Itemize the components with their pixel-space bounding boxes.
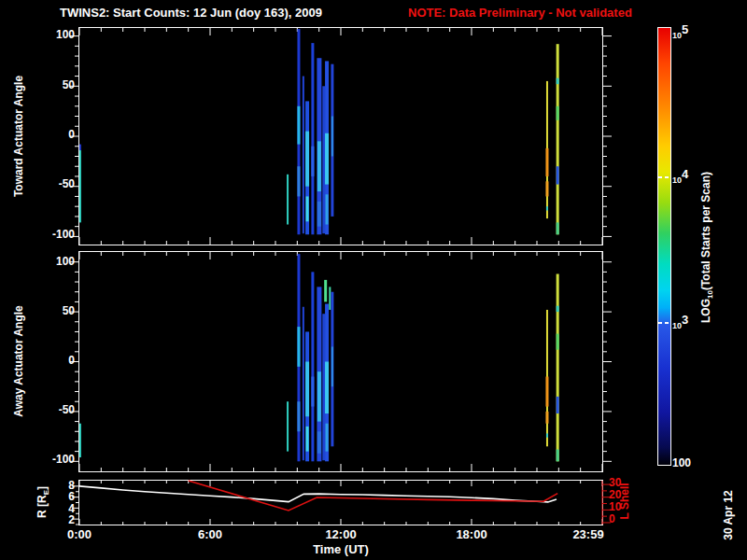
panel-toward-plot-area [79,28,602,245]
xtick-label: 12:00 [325,527,356,541]
colorbar-tick-label: 103 [672,313,688,332]
panel-orbit-plot-area [79,481,602,525]
panel-orbit [78,480,603,525]
colorbar [657,27,671,466]
p1-ytick-label: 0 [37,128,75,141]
p2-ytick-label: -100 [37,453,75,466]
p2-ytick-label: -50 [37,403,75,416]
p3-rtick-label: 6 [37,490,75,503]
xtick-label: 23:59 [572,527,603,541]
date-stamp: 30 Apr 12 [722,490,735,540]
colorbar-bottom-label: 100 [672,456,691,469]
panel-away-plot-area [79,252,602,471]
p3-ltick-label: 10 [609,500,637,513]
xtick-label: 6:00 [198,527,222,541]
y-axis-label-toward: Toward Actuator Angle [12,76,25,197]
colorbar-tick-mark [665,176,669,178]
p1-ytick-label: -100 [37,228,75,241]
colorbar-title: LOG10(Total Starts per Scan) [699,172,714,323]
panel-toward-actuator [78,27,603,245]
xtick-label: 18:00 [456,527,486,541]
colorbar-tick-mark [658,322,662,324]
p1-ytick-label: -50 [37,177,75,190]
p2-ytick-label: 0 [37,354,75,367]
p3-ltick-label: 30 [609,476,637,489]
preliminary-note: NOTE: Data Preliminary - Not validated [408,6,632,20]
colorbar-tick-label: 105 [672,22,688,42]
p1-ytick-label: 50 [37,78,75,91]
y-axis-label-away: Away Actuator Angle [12,305,25,417]
x-axis-title: Time (UT) [313,542,369,556]
p3-ltick-label: 0 [609,512,637,525]
p3-ltick-label: 20 [609,488,637,501]
xtick-label: 0:00 [67,527,92,541]
p1-ytick-label: 100 [37,28,75,41]
colorbar-tick-label: 104 [672,167,688,187]
p2-ytick-label: 50 [37,304,75,317]
colorbar-tick-mark [658,176,662,178]
p3-rtick-label: 2 [37,513,75,526]
panel-away-actuator [78,251,603,472]
page-title: TWINS2: Start Counts: 12 Jun (doy 163), … [60,6,322,20]
colorbar-tick-mark [665,322,669,324]
p2-ytick-label: 100 [37,255,75,268]
twins2-start-counts-figure: TWINS2: Start Counts: 12 Jun (doy 163), … [0,0,747,560]
